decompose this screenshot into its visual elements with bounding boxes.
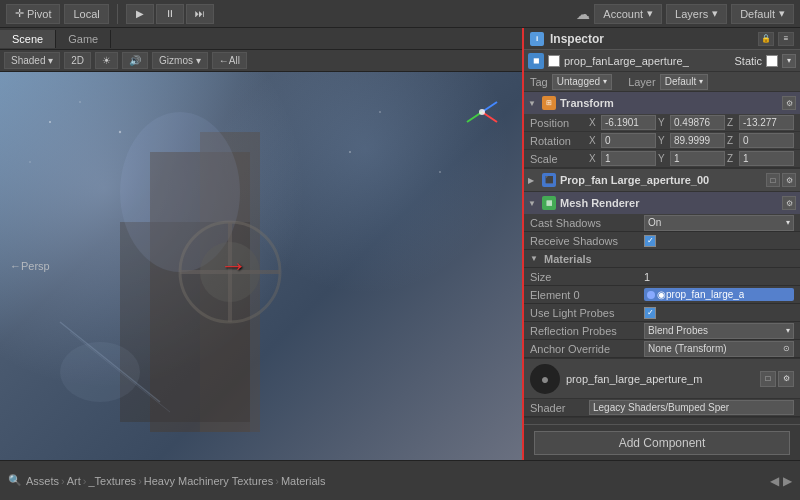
audio-btn[interactable]: 🔊 [122,52,148,69]
position-xyz: X -6.1901 Y 0.49876 Z -13.277 [589,115,794,130]
cast-shadows-row: Cast Shadows On ▾ [524,214,800,232]
rotation-label: Rotation [530,135,585,147]
svg-point-11 [119,131,121,133]
svg-point-12 [29,161,31,163]
local-button[interactable]: Local [64,4,108,24]
tag-dropdown[interactable]: Untagged ▾ [552,74,612,90]
search-icon: 🔍 [8,474,22,487]
object-active-checkbox[interactable] [548,55,560,67]
position-row: Position X -6.1901 Y 0.49876 Z -13.277 [524,114,800,132]
breadcrumb-art[interactable]: Art [67,475,81,487]
breadcrumb-materials[interactable]: Materials [281,475,326,487]
anchor-override-dropdown[interactable]: None (Transform) ⊙ [644,341,794,357]
static-checkbox[interactable] [766,55,778,67]
breadcrumb-assets[interactable]: Assets [26,475,59,487]
scene-panel: Scene Game Shaded ▾ 2D ☀ 🔊 Gizmos ▾ ←All [0,28,522,460]
svg-point-4 [60,342,140,402]
rot-x-input[interactable]: 0 [601,133,656,148]
gizmos-btn[interactable]: Gizmos ▾ [152,52,208,69]
propfan-edit-btn[interactable]: ⚙ [782,173,796,187]
reflection-chevron: ▾ [786,326,790,335]
breadcrumb-sep-1: › [61,475,65,487]
static-dropdown[interactable]: ▾ [782,54,796,68]
transform-edit-btn[interactable]: ⚙ [782,96,796,110]
inspector-header: i Inspector 🔒 ≡ [524,28,800,50]
material-settings-btn[interactable]: ⚙ [778,371,794,387]
prop-section-header: ● prop_fan_large_aperture_m □ ⚙ [524,359,800,399]
scene-view[interactable]: ←Persp → [0,72,522,460]
use-light-probes-label: Use Light Probes [530,307,640,319]
svg-point-9 [49,121,51,123]
mesh-renderer-header[interactable]: ▼ ▦ Mesh Renderer ⚙ [524,192,800,214]
step-button[interactable]: ⏭ [186,4,214,24]
cast-shadows-dropdown[interactable]: On ▾ [644,215,794,231]
reflection-probes-dropdown[interactable]: Blend Probes ▾ [644,323,794,339]
tab-game[interactable]: Game [56,30,111,48]
propfan-ref-btn[interactable]: □ [766,173,780,187]
receive-shadows-row: Receive Shadows ✓ [524,232,800,250]
layer-dropdown[interactable]: Default ▾ [660,74,709,90]
rot-y-input[interactable]: 89.9999 [670,133,725,148]
play-button[interactable]: ▶ [126,4,154,24]
nav-right-icon[interactable]: ▶ [783,474,792,488]
shaded-btn[interactable]: Shaded ▾ [4,52,60,69]
position-label: Position [530,117,585,129]
rot-x-label: X [589,135,599,146]
propfan-icon: ⬛ [542,173,556,187]
scene-toolbar: Shaded ▾ 2D ☀ 🔊 Gizmos ▾ ←All [0,50,522,72]
pos-y-label: Y [658,117,668,128]
rotation-xyz: X 0 Y 89.9999 Z 0 [589,133,794,148]
add-component-button[interactable]: Add Component [534,431,790,455]
scale-x-input[interactable]: 1 [601,151,656,166]
renderer-collapse-icon: ▼ [528,199,538,208]
pivot-button[interactable]: ✛ Pivot [6,4,60,24]
nav-left-icon[interactable]: ◀ [770,474,779,488]
use-light-probes-checkbox[interactable]: ✓ [644,307,656,319]
tab-scene[interactable]: Scene [0,30,56,48]
default-dropdown[interactable]: Default ▾ [731,4,794,24]
light-btn[interactable]: ☀ [95,52,118,69]
anchor-chevron: ⊙ [783,344,790,353]
object-name: prop_fanLarge_aperture_ [564,55,730,67]
breadcrumb-sep-3: › [138,475,142,487]
inspector-content[interactable]: ▼ ⊞ Transform ⚙ Position X -6.1901 [524,92,800,424]
element0-label: Element 0 [530,289,640,301]
account-dropdown[interactable]: Account ▾ [594,4,662,24]
rot-z-input[interactable]: 0 [739,133,794,148]
anchor-override-label: Anchor Override [530,343,640,355]
breadcrumb-heavy[interactable]: Heavy Machinery Textures [144,475,273,487]
inspector-menu-button[interactable]: ≡ [778,32,794,46]
scale-y-input[interactable]: 1 [670,151,725,166]
propfan-tools: □ ⚙ [766,173,796,187]
use-light-probes-row: Use Light Probes ✓ [524,304,800,322]
scale-z-input[interactable]: 1 [739,151,794,166]
account-area: ☁ Account ▾ Layers ▾ Default ▾ [576,4,794,24]
material-ref-btn[interactable]: □ [760,371,776,387]
pos-x-input[interactable]: -6.1901 [601,115,656,130]
all-btn[interactable]: ←All [212,52,247,69]
svg-point-15 [439,171,441,173]
inspector-title: Inspector [550,32,604,46]
red-arrow: → [219,250,247,282]
receive-shadows-checkbox[interactable]: ✓ [644,235,656,247]
main-area: Scene Game Shaded ▾ 2D ☀ 🔊 Gizmos ▾ ←All [0,28,800,460]
2d-btn[interactable]: 2D [64,52,91,69]
renderer-edit-btn[interactable]: ⚙ [782,196,796,210]
propfan-section: ▶ ⬛ Prop_fan Large_aperture_00 □ ⚙ [524,169,800,192]
lock-button[interactable]: 🔒 [758,32,774,46]
rotation-row: Rotation X 0 Y 89.9999 Z 0 [524,132,800,150]
separator-1 [117,4,118,24]
pos-y-input[interactable]: 0.49876 [670,115,725,130]
transform-section: ▼ ⊞ Transform ⚙ Position X -6.1901 [524,92,800,169]
material-reference[interactable]: ◉prop_fan_large_a [644,288,794,301]
material-section: ● prop_fan_large_aperture_m □ ⚙ Shader L… [524,359,800,418]
pause-button[interactable]: ⏸ [156,4,184,24]
transform-header[interactable]: ▼ ⊞ Transform ⚙ [524,92,800,114]
layers-dropdown[interactable]: Layers ▾ [666,4,727,24]
pos-z-input[interactable]: -13.277 [739,115,794,130]
propfan-header[interactable]: ▶ ⬛ Prop_fan Large_aperture_00 □ ⚙ [524,169,800,191]
transform-tools: ⚙ [782,96,796,110]
breadcrumb-textures[interactable]: _Textures [88,475,136,487]
shader-value[interactable]: Legacy Shaders/Bumped Sper [589,400,794,415]
axis-gizmo [462,92,502,132]
